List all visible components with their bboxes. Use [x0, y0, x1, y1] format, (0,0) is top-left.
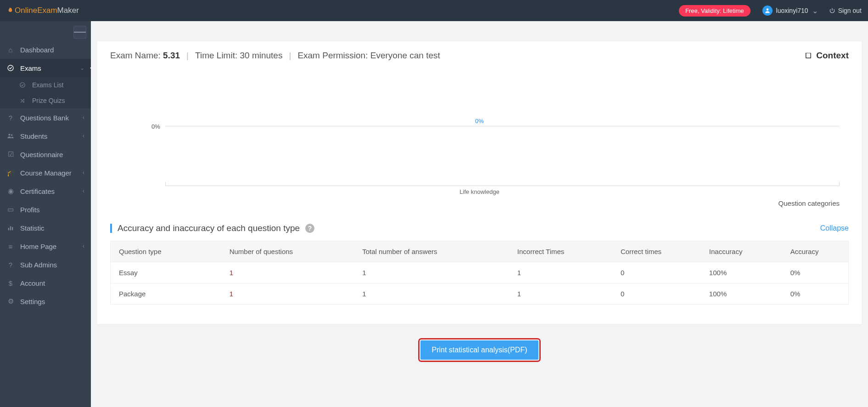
topbar: OnlineExamMaker Free, Validity: Lifetime…	[0, 0, 868, 21]
accuracy-table: Question type Number of questions Total …	[110, 241, 849, 305]
svg-point-2	[20, 83, 25, 88]
sidebar-item-label: Exams	[20, 64, 74, 72]
exam-name: Exam Name: 5.31	[110, 51, 180, 61]
chevron-left-icon: ‹	[83, 170, 84, 176]
table-cell: Package	[111, 283, 221, 305]
sidebar-item-statistic[interactable]: Statistic	[0, 219, 91, 237]
section-accent	[110, 224, 112, 233]
table-cell[interactable]: 1	[221, 262, 354, 283]
chart-x-axis	[165, 186, 840, 186]
table-header: Incorrect Times	[509, 241, 612, 262]
sidebar-item-label: Questions Bank	[20, 114, 77, 122]
sidebar-item-students[interactable]: Students ‹	[0, 127, 91, 145]
sidebar-item-home-page[interactable]: ≡ Home Page ‹	[0, 237, 91, 255]
table-header-row: Question type Number of questions Total …	[111, 241, 849, 262]
time-limit: Time Limit: 30 minutes	[195, 51, 282, 61]
dollar-icon: $	[6, 279, 15, 287]
sidebar-item-label: Settings	[20, 298, 84, 305]
svg-rect-5	[8, 228, 9, 230]
chart-tick	[839, 182, 840, 186]
collapse-button[interactable]: Collapse	[820, 224, 849, 232]
table-cell: 1	[354, 283, 509, 305]
sidebar: ⌂ Dashboard Exams ⌄ Exams List ⤭ Prize Q…	[0, 21, 91, 407]
help-icon[interactable]: ?	[305, 224, 314, 233]
main-content: Exam Name: 5.31 | Time Limit: 30 minutes…	[91, 21, 868, 407]
chevron-left-icon: ‹	[83, 114, 84, 121]
svg-point-4	[11, 134, 12, 136]
sidebar-item-profits[interactable]: ▭ Profits	[0, 200, 91, 219]
chevron-left-icon: ‹	[83, 243, 84, 249]
section-title: Accuracy and inaccuracy of each question…	[118, 223, 300, 233]
table-cell[interactable]: 1	[221, 283, 354, 305]
sidebar-item-questions-bank[interactable]: ? Questions Bank ‹	[0, 108, 91, 127]
table-cell: 0%	[782, 262, 849, 283]
sidebar-item-label: Statistic	[20, 224, 84, 232]
sidebar-item-label: Account	[20, 279, 84, 287]
print-pdf-button[interactable]: Print statistical analysis(PDF)	[420, 340, 538, 360]
sidebar-item-sub-admins[interactable]: ? Sub Admins	[0, 255, 91, 274]
context-button[interactable]: Context	[804, 51, 849, 61]
divider: |	[289, 51, 291, 61]
divider: |	[186, 51, 189, 61]
chevron-down-icon: ⌄	[80, 65, 84, 71]
user-menu[interactable]: luoxinyi710 ⌄	[762, 6, 818, 16]
check-square-icon: ☑	[6, 150, 15, 158]
brand-text-b: Maker	[57, 6, 79, 15]
sidebar-item-exams-list[interactable]: Exams List	[0, 77, 91, 93]
sidebar-item-label: Exams List	[32, 81, 84, 89]
svg-rect-6	[10, 226, 11, 231]
sidebar-item-course-manager[interactable]: 🎓 Course Manager ‹	[0, 164, 91, 182]
table-cell: 1	[509, 283, 612, 305]
sidebar-toggle[interactable]	[73, 26, 86, 39]
exam-name-label: Exam Name:	[110, 51, 163, 60]
chart-x-axis-title: Question categories	[778, 199, 840, 207]
table-row: Package 1 1 1 0 100% 0%	[111, 283, 849, 305]
signout-button[interactable]: Sign out	[829, 7, 862, 14]
chart-area: 0% 0% Life knowledge Question categories	[110, 70, 849, 203]
svg-point-1	[8, 65, 13, 71]
table-cell: 1	[509, 262, 612, 283]
chart-tick	[165, 182, 166, 186]
certificate-icon: ◉	[6, 187, 15, 195]
exam-name-value: 5.31	[163, 51, 180, 60]
sidebar-item-dashboard[interactable]: ⌂ Dashboard	[0, 40, 91, 59]
table-cell: 100%	[701, 262, 782, 283]
chevron-down-icon: ⌄	[812, 6, 818, 15]
sidebar-item-certificates[interactable]: ◉ Certificates ‹	[0, 182, 91, 200]
brand-text: OnlineExamMaker	[15, 6, 79, 15]
chart-y-tick: 0%	[151, 123, 160, 130]
sidebar-item-label: Course Manager	[20, 169, 77, 177]
avatar	[762, 6, 773, 16]
svg-rect-7	[12, 227, 13, 230]
sidebar-item-label: Home Page	[20, 243, 77, 250]
chart-bar-label: 0%	[475, 118, 484, 124]
sidebar-item-label: Profits	[20, 206, 84, 214]
check-circle-icon	[18, 82, 27, 88]
shuffle-icon: ⤭	[18, 97, 27, 104]
plan-badge[interactable]: Free, Validity: Lifetime	[679, 5, 750, 17]
question-icon: ?	[6, 114, 15, 122]
exam-header: Exam Name: 5.31 | Time Limit: 30 minutes…	[97, 41, 862, 70]
sidebar-item-label: Sub Admins	[20, 261, 84, 269]
menu-icon: ≡	[6, 243, 15, 250]
username-label: luoxinyi710	[776, 7, 808, 14]
sidebar-item-prize-quizs[interactable]: ⤭ Prize Quizs	[0, 93, 91, 108]
table-header: Number of questions	[221, 241, 354, 262]
chevron-left-icon: ‹	[83, 188, 84, 194]
context-label: Context	[816, 51, 849, 61]
sidebar-item-exams[interactable]: Exams ⌄	[0, 59, 91, 77]
sidebar-item-label: Questionnaire	[20, 151, 84, 158]
chart-x-category: Life knowledge	[459, 188, 499, 195]
brand-logo[interactable]: OnlineExamMaker	[6, 6, 79, 15]
sidebar-item-label: Prize Quizs	[32, 97, 84, 104]
power-icon	[829, 7, 835, 14]
exam-permission: Exam Permission: Everyone can test	[297, 51, 440, 61]
graduation-icon: 🎓	[6, 169, 15, 177]
table-cell: 0%	[782, 283, 849, 305]
table-header: Inaccuracy	[701, 241, 782, 262]
table-header: Correct times	[612, 241, 701, 262]
sidebar-item-account[interactable]: $ Account	[0, 274, 91, 292]
body-card: 0% 0% Life knowledge Question categories…	[97, 70, 862, 324]
sidebar-item-questionnaire[interactable]: ☑ Questionnaire	[0, 145, 91, 164]
sidebar-item-settings[interactable]: ⚙ Settings	[0, 292, 91, 311]
